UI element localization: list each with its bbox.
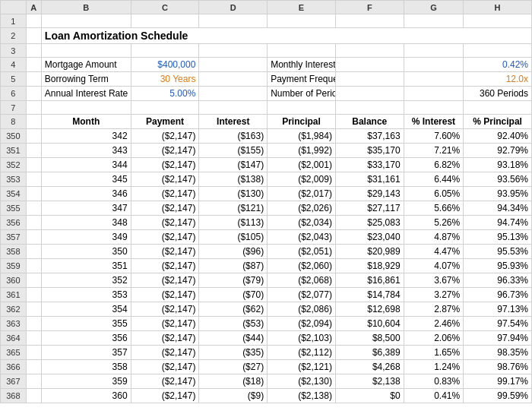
pct-principal-cell: 97.94% <box>464 331 532 346</box>
principal-cell: ($1,992) <box>268 144 336 158</box>
rownum-data: 367 <box>1 374 27 389</box>
balance-cell: $23,040 <box>335 230 404 245</box>
pct-principal-cell: 93.95% <box>464 187 532 201</box>
rownum-data: 368 <box>1 389 27 403</box>
pct-interest-cell: 6.44% <box>404 172 464 187</box>
payment-cell: ($2,147) <box>131 172 199 187</box>
month-cell: 359 <box>41 374 131 389</box>
interest-cell: ($27) <box>199 360 268 374</box>
balance-cell: $8,500 <box>335 331 404 346</box>
col-header-c: C <box>131 1 199 14</box>
rownum-data: 366 <box>1 360 27 374</box>
month-cell: 342 <box>41 129 131 144</box>
balance-cell: $35,170 <box>335 144 404 158</box>
month-cell: 345 <box>41 172 131 187</box>
col-header-a: A <box>26 1 41 14</box>
data-row: 355347($2,147)($121)($2,026)$27,1175.66%… <box>1 201 532 216</box>
principal-cell: ($2,009) <box>268 172 336 187</box>
row-8-headers: 8 Month Payment Interest Principal Balan… <box>1 115 532 129</box>
col-header-d: D <box>199 1 268 14</box>
payment-frequency-value[interactable]: 12.0x <box>464 72 532 87</box>
pct-interest-cell: 7.60% <box>404 129 464 144</box>
balance-cell: $37,163 <box>335 129 404 144</box>
principal-cell: ($2,043) <box>268 230 336 245</box>
col-header-g: G <box>404 1 464 14</box>
interest-cell: ($163) <box>199 129 268 144</box>
month-cell: 343 <box>41 144 131 158</box>
number-of-periods-value[interactable]: 360 Periods <box>464 87 532 101</box>
balance-cell: $31,161 <box>335 172 404 187</box>
row-4: 4 Mortgage Amount $400,000 Monthly Inter… <box>1 58 532 72</box>
interest-cell: ($79) <box>199 273 268 288</box>
balance-cell: $29,143 <box>335 187 404 201</box>
principal-cell: ($2,017) <box>268 187 336 201</box>
pct-principal-cell: 99.59% <box>464 389 532 403</box>
principal-cell: ($2,130) <box>268 374 336 389</box>
payment-cell: ($2,147) <box>131 360 199 374</box>
pct-principal-cell: 99.17% <box>464 374 532 389</box>
month-cell: 348 <box>41 216 131 230</box>
pct-interest-cell: 3.27% <box>404 288 464 302</box>
rownum-data: 351 <box>1 144 27 158</box>
data-row: 363355($2,147)($53)($2,094)$10,6042.46%9… <box>1 317 532 331</box>
pct-principal-cell: 94.34% <box>464 201 532 216</box>
row-2: 2 Loan Amortization Schedule <box>1 28 532 44</box>
rownum-data: 363 <box>1 317 27 331</box>
month-cell: 352 <box>41 273 131 288</box>
principal-cell: ($2,094) <box>268 317 336 331</box>
pct-interest-cell: 5.26% <box>404 216 464 230</box>
data-row: 360352($2,147)($79)($2,068)$16,8613.67%9… <box>1 273 532 288</box>
spreadsheet: A B C D E F G H 1 2 Loan Amortization Sc… <box>0 0 532 403</box>
principal-cell: ($2,001) <box>268 158 336 172</box>
corner-cell <box>1 1 27 14</box>
interest-cell: ($87) <box>199 259 268 273</box>
mortgage-amount-value[interactable]: $400,000 <box>131 58 199 72</box>
pct-principal-cell: 93.56% <box>464 172 532 187</box>
rownum-data: 360 <box>1 273 27 288</box>
principal-cell: ($2,086) <box>268 302 336 317</box>
col-header-balance: Balance <box>335 115 404 129</box>
balance-cell: $16,861 <box>335 273 404 288</box>
row-6: 6 Annual Interest Rate 5.00% Number of P… <box>1 87 532 101</box>
balance-cell: $2,138 <box>335 374 404 389</box>
payment-cell: ($2,147) <box>131 302 199 317</box>
annual-interest-value[interactable]: 5.00% <box>131 87 199 101</box>
payment-cell: ($2,147) <box>131 374 199 389</box>
balance-cell: $18,929 <box>335 259 404 273</box>
balance-cell: $20,989 <box>335 245 404 259</box>
month-cell: 355 <box>41 317 131 331</box>
principal-cell: ($1,984) <box>268 129 336 144</box>
payment-cell: ($2,147) <box>131 216 199 230</box>
monthly-interest-value[interactable]: 0.42% <box>464 58 532 72</box>
pct-principal-cell: 94.74% <box>464 216 532 230</box>
interest-cell: ($9) <box>199 389 268 403</box>
rownum-2: 2 <box>1 28 27 44</box>
interest-cell: ($70) <box>199 288 268 302</box>
rownum-data: 362 <box>1 302 27 317</box>
month-cell: 358 <box>41 360 131 374</box>
interest-cell: ($155) <box>199 144 268 158</box>
pct-interest-cell: 6.82% <box>404 158 464 172</box>
data-row: 365357($2,147)($35)($2,112)$6,3891.65%98… <box>1 346 532 360</box>
col-header-h: H <box>464 1 532 14</box>
data-row: 354346($2,147)($130)($2,017)$29,1436.05%… <box>1 187 532 201</box>
data-row: 352344($2,147)($147)($2,001)$33,1706.82%… <box>1 158 532 172</box>
data-row: 367359($2,147)($18)($2,130)$2,1380.83%99… <box>1 374 532 389</box>
balance-cell: $4,268 <box>335 360 404 374</box>
payment-cell: ($2,147) <box>131 259 199 273</box>
month-cell: 357 <box>41 346 131 360</box>
pct-interest-cell: 0.83% <box>404 374 464 389</box>
principal-cell: ($2,138) <box>268 389 336 403</box>
principal-cell: ($2,112) <box>268 346 336 360</box>
spreadsheet-title: Loan Amortization Schedule <box>41 28 531 44</box>
interest-cell: ($130) <box>199 187 268 201</box>
rownum-data: 364 <box>1 331 27 346</box>
interest-cell: ($105) <box>199 230 268 245</box>
pct-principal-cell: 92.79% <box>464 144 532 158</box>
borrowing-term-value[interactable]: 30 Years <box>131 72 199 87</box>
pct-interest-cell: 6.05% <box>404 187 464 201</box>
month-cell: 353 <box>41 288 131 302</box>
data-row: 358350($2,147)($96)($2,051)$20,9894.47%9… <box>1 245 532 259</box>
data-row: 368360($2,147)($9)($2,138)$00.41%99.59% <box>1 389 532 403</box>
pct-interest-cell: 4.07% <box>404 259 464 273</box>
